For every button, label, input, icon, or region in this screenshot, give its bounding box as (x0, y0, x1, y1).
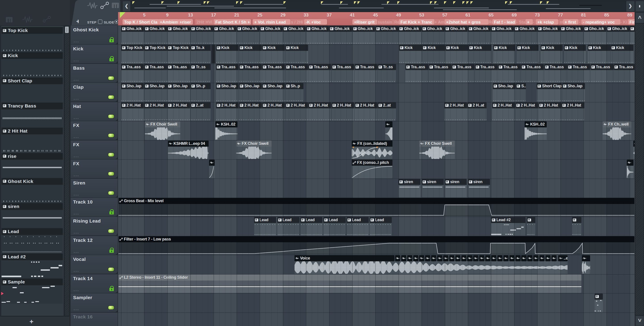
pattern-clip[interactable]: Gho..ick (584, 26, 606, 44)
clip-header[interactable]: Kick (588, 45, 610, 51)
clip-header[interactable]: FX (conso..l pitch (352, 160, 392, 166)
clip-header[interactable] (485, 255, 490, 261)
track-mute-led[interactable] (108, 95, 114, 99)
pattern-clip[interactable]: Gho..ick (398, 26, 421, 44)
clip-header[interactable] (455, 255, 460, 261)
track-header[interactable]: Hat... (71, 102, 118, 121)
pattern-clip[interactable]: Gho..ick (422, 26, 444, 44)
clip-header[interactable]: Kick (216, 45, 239, 51)
pattern-clip[interactable]: Lead (323, 217, 346, 235)
clip-header[interactable]: Sho..lap (493, 83, 516, 89)
clip-header[interactable]: Kick (611, 45, 634, 51)
pattern-clip[interactable]: Tra..ass (332, 64, 354, 82)
time-marker[interactable]: 2Hit HVi (195, 19, 215, 25)
pattern-clip[interactable]: Tra..ass (452, 64, 474, 82)
pattern-clip[interactable]: Lead (277, 217, 300, 235)
audio-clip[interactable] (527, 255, 532, 261)
clip-header[interactable]: 2 H..Hat (516, 102, 538, 108)
pattern-clip[interactable]: 2 H..Hat (516, 102, 538, 121)
pattern-item[interactable]: Sample (2, 278, 63, 285)
clip-header[interactable]: Sho..lap (239, 83, 262, 89)
audio-clip[interactable] (627, 160, 634, 178)
clip-header[interactable]: Filter - Insert 7 - Low pass (118, 236, 634, 242)
track-options-dots[interactable]: ... (74, 230, 80, 235)
pattern-item[interactable]: siren (2, 203, 63, 210)
track-header[interactable]: FX... (71, 159, 118, 178)
clip-header[interactable]: 2 H..Hat (167, 102, 190, 108)
clip-header[interactable] (582, 255, 590, 261)
pattern-clip[interactable]: Gho..ick (329, 26, 352, 44)
track-lock-icon[interactable] (109, 56, 114, 62)
time-marker[interactable]: s / 2Hi (289, 19, 305, 25)
clip-header[interactable] (546, 255, 550, 261)
audio-clip[interactable] (455, 255, 460, 261)
clip-header[interactable] (443, 255, 448, 261)
audio-clip[interactable] (485, 255, 490, 261)
clip-header[interactable]: FX Choir Swell (419, 141, 455, 147)
pattern-clip[interactable]: Tra..ass (406, 64, 428, 82)
track-header[interactable]: Track 12... (71, 236, 118, 255)
time-marker[interactable]: Fin (628, 19, 634, 25)
audio-clip[interactable] (443, 255, 448, 261)
track-lock-icon[interactable] (109, 209, 114, 215)
pattern-item[interactable]: Top Kick (2, 27, 63, 34)
timeline-ruler[interactable]: 5913172125293337414549535761656973778185… (118, 12, 634, 26)
scroll-up-button[interactable]: ˄ (636, 13, 644, 23)
pattern-scrollbar-thumb[interactable] (65, 27, 69, 33)
clip-header[interactable]: Sho..lap (562, 83, 585, 89)
pattern-clip[interactable]: Gho..ick (607, 26, 630, 44)
clip-header[interactable]: Lead (370, 217, 392, 223)
clip-header[interactable]: 2 H..Hat (538, 102, 561, 108)
clip-header[interactable]: Kick (239, 45, 262, 51)
pattern-clip[interactable]: Kick (262, 45, 285, 63)
playlist-grid[interactable]: Gho..ickGho..ickGho..ickGho..ickGho..ick… (118, 26, 634, 326)
track-header[interactable]: Track 14... (71, 274, 118, 293)
clip-header[interactable]: Tra..ass (262, 64, 285, 70)
pattern-clip[interactable]: 2..at (378, 102, 396, 121)
clip-header[interactable]: 2 H..Hat (216, 102, 239, 108)
audio-clip[interactable] (395, 255, 400, 261)
clip-header[interactable]: 2 H..Hat (492, 102, 515, 108)
clip-header[interactable]: Tr..ss (378, 64, 396, 70)
pattern-clip[interactable]: Gho..ick (144, 26, 167, 44)
pattern-clip[interactable]: Gho..ick (214, 26, 236, 44)
clip-header[interactable] (449, 255, 454, 261)
time-marker[interactable]: +Riser grit (352, 19, 377, 25)
audio-clip[interactable] (473, 255, 478, 261)
pattern-clip[interactable]: Gho..ick (468, 26, 491, 44)
track-options-dots[interactable]: ... (74, 38, 80, 43)
time-marker[interactable]: - Sta (515, 19, 527, 25)
pattern-clip[interactable]: 2 H..Hat (121, 102, 144, 121)
pattern-clip[interactable]: 2 H..Hat (332, 102, 354, 121)
track-options-dots[interactable]: ... (74, 287, 80, 292)
audio-clip[interactable] (401, 255, 406, 261)
pattern-clip[interactable]: siren (445, 179, 467, 197)
pattern-clip[interactable]: Tra..ass (121, 64, 144, 82)
clip-header[interactable]: Gho..ick (491, 26, 514, 32)
pattern-clip[interactable]: Gho..ick (283, 26, 306, 44)
time-marker[interactable]: +k +clap (536, 19, 558, 25)
clip-header[interactable]: Kick (468, 45, 491, 51)
track-header[interactable]: FX... (71, 140, 118, 159)
pattern-clip[interactable]: Kick (468, 45, 491, 63)
audio-clip[interactable] (582, 255, 590, 274)
clip-header[interactable]: siren (398, 179, 420, 185)
clip-header[interactable] (395, 255, 400, 261)
pattern-item[interactable]: Trancy Bass (2, 103, 63, 109)
audio-clip[interactable] (437, 255, 442, 261)
pattern-clip[interactable]: 2 H..Hat (262, 102, 285, 121)
clip-header[interactable]: Gho..ick (560, 26, 583, 32)
pattern-clip[interactable]: Gho..ick (260, 26, 283, 44)
track-header[interactable]: Bass... (71, 64, 118, 83)
clip-header[interactable]: Sho..lap (216, 83, 239, 89)
clip-header[interactable] (401, 255, 406, 261)
pattern-item[interactable]: 2 Hit Hat (2, 128, 63, 134)
pattern-clip[interactable]: Sho..lap (493, 83, 516, 101)
pattern-clip[interactable]: Top Kick (144, 45, 167, 63)
clip-header[interactable]: Tra..ass (121, 64, 144, 70)
audio-clip[interactable]: FX Choir Swell (236, 141, 272, 159)
clip-header[interactable]: Gho..ick (630, 26, 634, 32)
pattern-clip[interactable]: Gho..ick (514, 26, 537, 44)
pattern-clip[interactable]: Kick (239, 45, 262, 63)
clip-header[interactable] (385, 121, 392, 127)
